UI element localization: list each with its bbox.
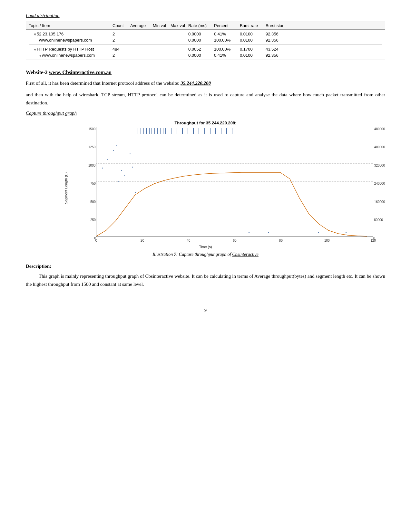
x-tick: 100 [324,239,330,242]
y-tick-right: 480000 [374,127,385,131]
table-row: www.onlinenewspapers.com 2 0.0000 100.00… [29,37,382,43]
row-percent: 100.00% [214,38,240,43]
col-header-minval: Min val [153,23,171,28]
row-burst-start: 92.356 [266,38,291,43]
chart-wrapper: Segment Length (B) Average Throughput (B… [67,127,344,249]
row-burst-rate: 0.1700 [240,47,266,52]
website2-paragraph1: First of all, it has been determined tha… [26,79,385,88]
row-topic: ∨www.onlinenewspapers.com [29,53,113,58]
col-header-count: Count [113,23,130,28]
illustration-caption: Illustration 7: Capture throughput graph… [26,252,385,257]
chart-plot-area: 0 250 500 750 1000 1250 1500 0 80000 160… [96,127,373,237]
row-burst-start: 43.524 [266,47,291,52]
col-header-percent: Percent [214,23,240,28]
chevron-icon: ∨ [34,33,36,36]
row-count: 2 [113,38,130,43]
row-topic: ∨52.23.105.176 [29,32,113,36]
website2-url: www. Cbsinteractive.com.au [49,70,112,75]
row-burst-rate: 0.0100 [240,53,266,58]
chevron-icon: ∨ [34,48,36,51]
y-tick-right: 240000 [374,182,385,185]
col-header-rate: Rate (ms) [188,23,214,28]
row-rate: 0.0000 [188,38,214,43]
ip-address: 35.244.220.208 [181,81,211,86]
row-burst-rate: 0.0100 [240,38,266,43]
website2-section: Website-2 www. Cbsinteractive.com.au Fir… [26,70,385,257]
y-tick-right: 320000 [374,163,385,167]
y-axis-left-label: Segment Length (B) [64,172,68,204]
throughput-svg [96,127,373,237]
table-header-row: Topic / Item Count Average Min val Max v… [26,22,385,30]
row-percent: 0.41% [214,53,240,58]
chevron-icon: ∨ [39,54,41,57]
row-burst-start: 92.356 [266,53,291,58]
load-distribution-section: Load distribution Topic / Item Count Ave… [26,13,385,60]
row-count: 2 [113,32,130,36]
row-burst-start: 92.356 [266,32,291,36]
capture-throughput-title: Capture throughput graph [26,111,385,116]
page-number: 9 [26,308,385,313]
x-tick: 60 [233,239,236,242]
website2-paragraph2: and then with the help of wireshark, TCP… [26,91,385,107]
chart-title: Throughput for 35.244.220.208: [174,121,236,125]
website2-heading: Website-2 www. Cbsinteractive.com.au [26,70,385,75]
load-distribution-table: Topic / Item Count Average Min val Max v… [26,22,385,60]
x-tick: 80 [279,239,283,242]
description-heading: Description: [26,264,385,269]
row-burst-rate: 0.0100 [240,32,266,36]
table-row: ∨52.23.105.176 2 0.0000 0.41% 0.0100 92.… [29,31,382,37]
y-tick: 1250 [88,145,95,149]
x-tick: 20 [141,239,144,242]
row-percent: 100.00% [214,47,240,52]
col-header-topic: Topic / Item [29,23,113,28]
table-row: ∨www.onlinenewspapers.com 2 0.0000 0.41%… [29,52,382,58]
x-tick: 0 [95,239,97,242]
y-tick: 500 [90,200,96,203]
row-percent: 0.41% [214,32,240,36]
col-header-average: Average [130,23,153,28]
load-distribution-title: Load distribution [26,13,385,18]
row-rate: 0.0052 [188,47,214,52]
y-tick: 1000 [88,163,95,167]
row-count: 2 [113,53,130,58]
col-header-burst-rate: Burst rate [240,23,266,28]
x-tick: 120 [370,239,376,242]
table-row: ∨HTTP Requests by HTTP Host 484 0.0052 1… [29,46,382,52]
row-topic: www.onlinenewspapers.com [29,38,113,43]
row-count: 484 [113,47,130,52]
y-tick-right: 400000 [374,145,385,149]
y-tick: 750 [90,182,96,185]
y-tick: 250 [90,218,96,222]
description-section: Description: This graph is mainly repres… [26,264,385,289]
y-tick: 1500 [88,127,95,131]
row-rate: 0.0000 [188,53,214,58]
throughput-chart: Throughput for 35.244.220.208: Segment L… [26,121,385,249]
col-header-maxval: Max val [171,23,188,28]
y-tick-right: 160000 [374,200,385,203]
row-rate: 0.0000 [188,32,214,36]
table-divider [29,44,382,45]
description-text: This graph is mainly representing throug… [26,272,385,289]
x-axis-label: Time (s) [67,244,344,249]
table-body: ∨52.23.105.176 2 0.0000 0.41% 0.0100 92.… [26,30,385,60]
x-tick: 40 [187,239,190,242]
y-tick-right: 80000 [374,218,383,222]
col-header-burst-start: Burst start [266,23,291,28]
row-topic: ∨HTTP Requests by HTTP Host [29,47,113,52]
